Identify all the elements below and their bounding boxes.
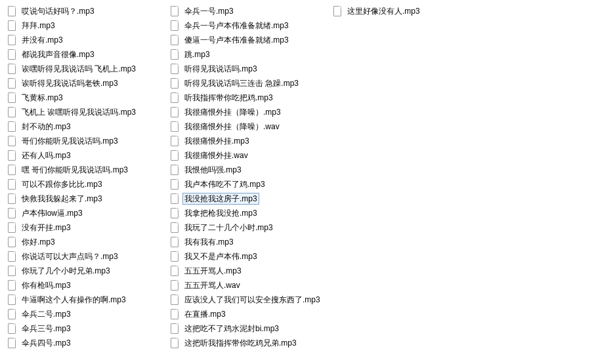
file-label: 我卢本伟吃不了鸡.mp3 <box>182 178 267 190</box>
file-item[interactable]: 应该没人了我们可以安全搜东西了.mp3 <box>168 293 331 307</box>
file-item[interactable]: 拜拜.mp3 <box>5 18 168 33</box>
file-item[interactable]: 我又不是卢本伟.mp3 <box>168 249 331 264</box>
file-label: 跳.mp3 <box>182 49 212 60</box>
file-label: 你玩了几个小时兄弟.mp3 <box>20 265 112 277</box>
file-icon <box>169 107 180 117</box>
file-item[interactable]: 飞机上 诶嘿听得见我说话吗.mp3 <box>5 105 168 119</box>
file-label: 伞兵四号.mp3 <box>20 337 73 349</box>
file-label: 听得见我说话吗三连击 急躁.mp3 <box>182 77 301 89</box>
file-icon <box>169 165 180 175</box>
file-item[interactable]: 听得见我说话吗.mp3 <box>168 62 331 76</box>
file-label: 嘿 哥们你能听见我说话吗.mp3 <box>20 164 130 176</box>
file-item[interactable]: 诶嘿听得见我说话吗 飞机上.mp3 <box>5 62 168 76</box>
file-item[interactable]: 你说话可以大声点吗？.mp3 <box>5 249 168 264</box>
file-item[interactable]: 在直播.mp3 <box>168 307 331 321</box>
file-label: 伞兵一号.mp3 <box>182 5 236 17</box>
file-item[interactable]: 你好.mp3 <box>5 235 168 249</box>
file-icon <box>7 20 17 31</box>
file-item[interactable]: 你玩了几个小时兄弟.mp3 <box>5 264 168 278</box>
file-item[interactable]: 封不动的.mp3 <box>5 119 168 134</box>
file-item[interactable]: 诶听得见我说话吗老铁.mp3 <box>5 76 168 91</box>
file-label: 快救我我躲起来了.mp3 <box>20 193 104 205</box>
file-icon <box>7 49 17 60</box>
file-item[interactable]: 我很痛恨外挂.wav <box>168 148 331 163</box>
file-icon <box>169 222 180 233</box>
file-icon <box>7 323 17 334</box>
file-label: 这把听我指挥带你吃鸡兄弟.mp3 <box>182 337 299 349</box>
file-label: 我很痛恨外挂（降噪）.wav <box>182 121 282 132</box>
file-item[interactable]: 这把听我指挥带你吃鸡兄弟.mp3 <box>168 336 331 350</box>
file-item[interactable]: 听得见我说话吗三连击 急躁.mp3 <box>168 76 331 91</box>
file-label: 伞兵二号.mp3 <box>20 308 73 320</box>
file-item[interactable]: 这把吃不了鸡水泥封bi.mp3 <box>168 321 331 336</box>
file-item[interactable]: 听我指挥带你吃把鸡.mp3 <box>168 91 331 105</box>
file-icon <box>7 338 17 348</box>
file-label: 并没有.mp3 <box>20 34 65 46</box>
file-item[interactable]: 我卢本伟吃不了鸡.mp3 <box>168 177 331 192</box>
file-item[interactable]: 嘿 哥们你能听见我说话吗.mp3 <box>5 163 168 177</box>
file-item[interactable]: 伞兵三号.mp3 <box>5 321 168 336</box>
file-item[interactable]: 五五开骂人.mp3 <box>168 264 331 278</box>
file-item[interactable]: 卢本伟low逼.mp3 <box>5 206 168 220</box>
file-item[interactable]: 傻逼一号卢本伟准备就绪.mp3 <box>168 33 331 47</box>
file-icon <box>7 179 17 190</box>
file-item[interactable]: 飞黄标.mp3 <box>5 91 168 105</box>
file-item[interactable]: 哎说句话好吗？.mp3 <box>5 4 168 18</box>
file-item[interactable]: 哥们你能听见我说话吗.mp3 <box>5 134 168 148</box>
file-item[interactable]: 伞兵四号.mp3 <box>5 336 168 350</box>
file-label: 我没抢我这房子.mp3 <box>182 193 259 205</box>
file-icon <box>169 338 180 348</box>
file-icon <box>7 6 17 16</box>
file-label: 卢本伟low逼.mp3 <box>20 207 85 219</box>
file-label: 你说话可以大声点吗？.mp3 <box>20 251 120 262</box>
file-item[interactable]: 跳.mp3 <box>168 47 331 62</box>
file-icon <box>169 251 180 262</box>
file-item[interactable]: 还有人吗.mp3 <box>5 148 168 163</box>
file-label: 飞机上 诶嘿听得见我说话吗.mp3 <box>20 106 138 118</box>
file-label: 我很痛恨外挂.mp3 <box>182 135 251 147</box>
file-item[interactable]: 都说我声音很像.mp3 <box>5 47 168 62</box>
file-item[interactable]: 快救我我躲起来了.mp3 <box>5 192 168 206</box>
file-item[interactable]: 我没抢我这房子.mp3 <box>168 192 331 206</box>
file-item[interactable]: 五五开骂人.wav <box>168 278 331 293</box>
file-label: 听得见我说话吗.mp3 <box>182 63 259 75</box>
file-item[interactable]: 并没有.mp3 <box>5 33 168 47</box>
file-label: 我很痛恨外挂.wav <box>182 150 250 161</box>
file-item[interactable]: 你有枪吗.mp3 <box>5 278 168 293</box>
file-icon <box>7 165 17 175</box>
file-label: 伞兵三号.mp3 <box>20 323 73 334</box>
file-icon <box>7 294 17 305</box>
file-item[interactable]: 我很痛恨外挂（降噪）.mp3 <box>168 105 331 119</box>
file-icon <box>7 35 17 45</box>
file-label: 五五开骂人.wav <box>182 279 242 291</box>
file-item[interactable]: 伞兵二号.mp3 <box>5 307 168 321</box>
file-icon <box>7 136 17 146</box>
file-label: 我又不是卢本伟.mp3 <box>182 251 259 262</box>
file-item[interactable]: 这里好像没有人.mp3 <box>331 4 494 18</box>
file-icon <box>169 6 180 16</box>
file-icon <box>169 136 180 146</box>
file-item[interactable]: 我很痛恨外挂（降噪）.wav <box>168 119 331 134</box>
file-item[interactable]: 我玩了二十几个小时.mp3 <box>168 220 331 235</box>
file-item[interactable]: 伞兵一号卢本伟准备就绪.mp3 <box>168 18 331 33</box>
file-item[interactable]: 我恨他吗强.mp3 <box>168 163 331 177</box>
file-item[interactable]: 我很痛恨外挂.mp3 <box>168 134 331 148</box>
file-label: 这把吃不了鸡水泥封bi.mp3 <box>182 323 281 334</box>
file-item[interactable]: 可以不跟你多比比.mp3 <box>5 177 168 192</box>
file-label: 傻逼一号卢本伟准备就绪.mp3 <box>182 34 291 46</box>
file-icon <box>7 266 17 276</box>
file-icon <box>7 193 17 204</box>
file-item[interactable]: 伞兵一号.mp3 <box>168 4 331 18</box>
file-label: 拜拜.mp3 <box>20 20 57 31</box>
file-icon <box>169 78 180 89</box>
file-label: 都说我声音很像.mp3 <box>20 49 96 60</box>
file-item[interactable]: 没有开挂.mp3 <box>5 220 168 235</box>
file-label: 没有开挂.mp3 <box>20 222 73 233</box>
file-icon <box>169 266 180 276</box>
file-icon <box>169 150 180 161</box>
file-item[interactable]: 牛逼啊这个人有操作的啊.mp3 <box>5 293 168 307</box>
file-icon <box>169 208 180 218</box>
file-item[interactable]: 我拿把枪我没抢.mp3 <box>168 206 331 220</box>
file-item[interactable]: 我有我有.mp3 <box>168 235 331 249</box>
file-list: 哎说句话好吗？.mp3拜拜.mp3并没有.mp3都说我声音很像.mp3诶嘿听得见… <box>5 4 587 358</box>
